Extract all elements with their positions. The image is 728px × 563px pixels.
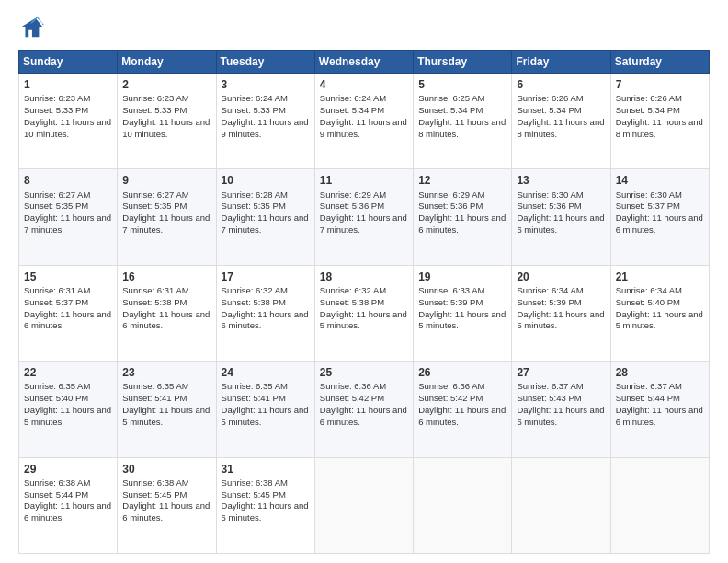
sunset-text: Sunset: 5:44 PM bbox=[616, 393, 680, 403]
daylight-label: Daylight: 11 hours and 10 minutes. bbox=[24, 117, 111, 139]
sunset-text: Sunset: 5:34 PM bbox=[517, 105, 581, 115]
calendar-week-row: 1Sunrise: 6:23 AMSunset: 5:33 PMDaylight… bbox=[19, 74, 710, 169]
daylight-label: Daylight: 11 hours and 6 minutes. bbox=[418, 405, 506, 427]
day-number: 16 bbox=[122, 270, 210, 284]
calendar-cell: 16Sunrise: 6:31 AMSunset: 5:38 PMDayligh… bbox=[118, 265, 216, 361]
sunrise-text: Sunrise: 6:37 AM bbox=[517, 381, 583, 391]
sunrise-text: Sunrise: 6:24 AM bbox=[320, 93, 386, 103]
calendar-cell: 11Sunrise: 6:29 AMSunset: 5:36 PMDayligh… bbox=[314, 169, 413, 265]
calendar-week-row: 8Sunrise: 6:27 AMSunset: 5:35 PMDaylight… bbox=[19, 169, 710, 265]
day-number: 20 bbox=[517, 270, 605, 284]
sunset-text: Sunset: 5:40 PM bbox=[24, 393, 88, 403]
sunrise-text: Sunrise: 6:35 AM bbox=[222, 381, 288, 391]
sunrise-text: Sunrise: 6:31 AM bbox=[122, 285, 188, 295]
sunset-text: Sunset: 5:35 PM bbox=[24, 201, 88, 211]
daylight-label: Daylight: 11 hours and 5 minutes. bbox=[24, 405, 111, 427]
day-number: 13 bbox=[517, 173, 605, 188]
sunrise-text: Sunrise: 6:24 AM bbox=[222, 93, 288, 103]
daylight-label: Daylight: 11 hours and 6 minutes. bbox=[24, 309, 111, 331]
sunrise-text: Sunrise: 6:38 AM bbox=[24, 477, 90, 488]
day-number: 29 bbox=[24, 462, 112, 477]
sunrise-text: Sunrise: 6:30 AM bbox=[616, 190, 682, 200]
day-number: 5 bbox=[418, 77, 506, 92]
calendar-cell: 21Sunrise: 6:34 AMSunset: 5:40 PMDayligh… bbox=[610, 265, 709, 361]
day-number: 4 bbox=[320, 77, 408, 92]
sunset-text: Sunset: 5:43 PM bbox=[517, 393, 581, 403]
sunrise-text: Sunrise: 6:29 AM bbox=[418, 190, 484, 200]
calendar-cell: 27Sunrise: 6:37 AMSunset: 5:43 PMDayligh… bbox=[512, 362, 610, 457]
daylight-label: Daylight: 11 hours and 5 minutes. bbox=[122, 405, 210, 427]
daylight-label: Daylight: 11 hours and 6 minutes. bbox=[517, 213, 604, 235]
calendar-cell: 18Sunrise: 6:32 AMSunset: 5:38 PMDayligh… bbox=[314, 265, 413, 361]
day-of-week-header: Thursday bbox=[414, 51, 512, 74]
daylight-label: Daylight: 11 hours and 7 minutes. bbox=[320, 213, 407, 235]
daylight-label: Daylight: 11 hours and 7 minutes. bbox=[122, 213, 210, 235]
sunset-text: Sunset: 5:34 PM bbox=[418, 105, 483, 115]
day-number: 24 bbox=[222, 365, 310, 380]
day-of-week-header: Friday bbox=[512, 51, 610, 74]
sunrise-text: Sunrise: 6:23 AM bbox=[122, 93, 188, 103]
calendar-cell: 13Sunrise: 6:30 AMSunset: 5:36 PMDayligh… bbox=[512, 169, 610, 265]
calendar-cell: 15Sunrise: 6:31 AMSunset: 5:37 PMDayligh… bbox=[19, 265, 118, 361]
calendar-cell: 23Sunrise: 6:35 AMSunset: 5:41 PMDayligh… bbox=[118, 362, 216, 457]
sunset-text: Sunset: 5:36 PM bbox=[517, 201, 581, 211]
calendar-cell: 24Sunrise: 6:35 AMSunset: 5:41 PMDayligh… bbox=[216, 362, 314, 457]
sunrise-text: Sunrise: 6:38 AM bbox=[222, 477, 288, 488]
day-number: 10 bbox=[222, 173, 310, 188]
day-number: 14 bbox=[616, 173, 704, 188]
daylight-label: Daylight: 11 hours and 6 minutes. bbox=[418, 213, 506, 235]
calendar-cell: 3Sunrise: 6:24 AMSunset: 5:33 PMDaylight… bbox=[216, 74, 314, 169]
calendar-week-row: 15Sunrise: 6:31 AMSunset: 5:37 PMDayligh… bbox=[19, 265, 710, 361]
daylight-label: Daylight: 11 hours and 6 minutes. bbox=[320, 405, 407, 427]
day-number: 23 bbox=[122, 365, 210, 380]
calendar-cell: 22Sunrise: 6:35 AMSunset: 5:40 PMDayligh… bbox=[19, 362, 118, 457]
sunrise-text: Sunrise: 6:36 AM bbox=[320, 381, 386, 391]
sunrise-text: Sunrise: 6:30 AM bbox=[517, 190, 583, 200]
daylight-label: Daylight: 11 hours and 6 minutes. bbox=[616, 405, 703, 427]
calendar-cell: 28Sunrise: 6:37 AMSunset: 5:44 PMDayligh… bbox=[610, 362, 709, 457]
daylight-label: Daylight: 11 hours and 5 minutes. bbox=[418, 309, 506, 331]
day-number: 22 bbox=[24, 365, 112, 380]
daylight-label: Daylight: 11 hours and 6 minutes. bbox=[24, 500, 111, 523]
day-number: 27 bbox=[517, 365, 605, 380]
day-number: 19 bbox=[418, 270, 506, 284]
sunrise-text: Sunrise: 6:35 AM bbox=[24, 381, 90, 391]
sunrise-text: Sunrise: 6:32 AM bbox=[222, 285, 288, 295]
sunrise-text: Sunrise: 6:35 AM bbox=[122, 381, 188, 391]
header bbox=[18, 15, 710, 40]
calendar-cell: 10Sunrise: 6:28 AMSunset: 5:35 PMDayligh… bbox=[216, 169, 314, 265]
day-number: 11 bbox=[320, 173, 408, 188]
day-number: 15 bbox=[24, 270, 112, 284]
daylight-label: Daylight: 11 hours and 8 minutes. bbox=[616, 117, 703, 139]
daylight-label: Daylight: 11 hours and 10 minutes. bbox=[122, 117, 210, 139]
day-number: 17 bbox=[222, 270, 310, 284]
calendar-cell bbox=[610, 457, 709, 553]
calendar-cell: 19Sunrise: 6:33 AMSunset: 5:39 PMDayligh… bbox=[414, 265, 512, 361]
sunrise-text: Sunrise: 6:26 AM bbox=[517, 93, 583, 103]
sunset-text: Sunset: 5:42 PM bbox=[418, 393, 483, 403]
calendar-cell: 17Sunrise: 6:32 AMSunset: 5:38 PMDayligh… bbox=[216, 265, 314, 361]
daylight-label: Daylight: 11 hours and 6 minutes. bbox=[222, 309, 309, 331]
day-of-week-header: Saturday bbox=[610, 51, 709, 74]
calendar-cell: 4Sunrise: 6:24 AMSunset: 5:34 PMDaylight… bbox=[314, 74, 413, 169]
sunrise-text: Sunrise: 6:34 AM bbox=[517, 285, 583, 295]
sunset-text: Sunset: 5:40 PM bbox=[616, 297, 680, 307]
calendar: SundayMondayTuesdayWednesdayThursdayFrid… bbox=[18, 50, 710, 554]
sunrise-text: Sunrise: 6:27 AM bbox=[122, 190, 188, 200]
day-number: 25 bbox=[320, 365, 408, 380]
sunset-text: Sunset: 5:39 PM bbox=[517, 297, 581, 307]
daylight-label: Daylight: 11 hours and 5 minutes. bbox=[320, 309, 407, 331]
day-number: 9 bbox=[122, 173, 210, 188]
sunrise-text: Sunrise: 6:36 AM bbox=[418, 381, 484, 391]
daylight-label: Daylight: 11 hours and 5 minutes. bbox=[616, 309, 703, 331]
sunrise-text: Sunrise: 6:29 AM bbox=[320, 190, 386, 200]
day-of-week-header: Wednesday bbox=[314, 51, 413, 74]
sunset-text: Sunset: 5:33 PM bbox=[24, 105, 88, 115]
day-number: 1 bbox=[24, 77, 112, 92]
sunset-text: Sunset: 5:34 PM bbox=[616, 105, 680, 115]
calendar-cell: 5Sunrise: 6:25 AMSunset: 5:34 PMDaylight… bbox=[414, 74, 512, 169]
calendar-cell: 31Sunrise: 6:38 AMSunset: 5:45 PMDayligh… bbox=[216, 457, 314, 553]
page: SundayMondayTuesdayWednesdayThursdayFrid… bbox=[0, 0, 728, 563]
daylight-label: Daylight: 11 hours and 5 minutes. bbox=[517, 309, 604, 331]
daylight-label: Daylight: 11 hours and 8 minutes. bbox=[517, 117, 604, 139]
